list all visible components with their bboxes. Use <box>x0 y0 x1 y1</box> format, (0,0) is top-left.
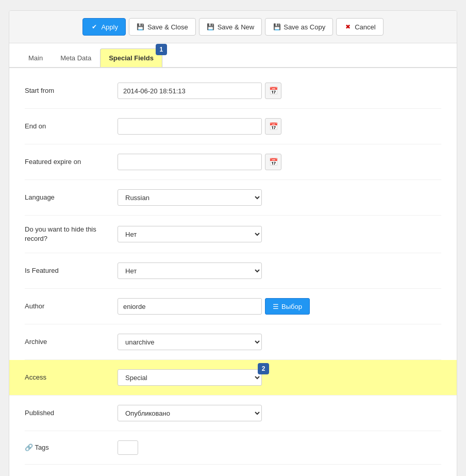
tags-row: 🔗 Tags <box>25 431 441 465</box>
check-icon: ✔ <box>90 23 98 31</box>
tags-control <box>118 440 441 455</box>
access-row: Access Public Registered Special Guest 2 <box>9 360 457 396</box>
language-label: Language <box>25 193 118 202</box>
author-control: ☰ Выбор <box>118 298 441 315</box>
save-new-icon: 💾 <box>207 23 215 31</box>
featured-expire-input[interactable] <box>118 154 262 170</box>
start-from-input[interactable] <box>118 83 262 99</box>
published-row: Published Опубликовано Не опубликовано А… <box>25 396 441 431</box>
archive-select[interactable]: unarchive archive <box>118 334 262 350</box>
access-badge-2: 2 <box>258 363 269 374</box>
tab-main[interactable]: Main <box>20 48 52 67</box>
list-icon: ☰ <box>273 303 279 310</box>
cancel-button[interactable]: ✖ Cancel <box>336 18 383 36</box>
end-on-calendar-button[interactable]: 📅 <box>265 118 281 135</box>
start-from-control: 📅 <box>118 83 441 99</box>
author-label: Author <box>25 302 118 311</box>
hide-record-select[interactable]: Нет Да <box>118 226 262 242</box>
wybor-button[interactable]: ☰ Выбор <box>265 298 310 315</box>
end-on-input[interactable] <box>118 118 262 135</box>
is-featured-row: Is Featured Нет Да <box>25 253 441 289</box>
page-wrapper: ✔ Apply 💾 Save & Close 💾 Save & New 💾 Sa… <box>9 10 457 476</box>
is-featured-control: Нет Да <box>118 262 441 279</box>
save-close-icon: 💾 <box>137 23 145 31</box>
tab-special-fields[interactable]: Special Fields 1 <box>100 48 162 67</box>
is-featured-label: Is Featured <box>25 266 118 275</box>
form-body: Start from 📅 End on 📅 Featured expire on… <box>9 68 457 476</box>
tab-badge-1: 1 <box>156 44 167 55</box>
save-copy-button[interactable]: 💾 Save as Copy <box>265 18 333 36</box>
end-on-control: 📅 <box>118 118 441 135</box>
end-on-label: End on <box>25 122 118 131</box>
published-label: Published <box>25 408 118 418</box>
archive-label: Archive <box>25 337 118 347</box>
archive-control: unarchive archive <box>118 334 441 350</box>
start-from-label: Start from <box>25 86 118 95</box>
hide-record-label: Do you want to hide this record? <box>25 225 118 243</box>
save-new-button[interactable]: 💾 Save & New <box>199 18 262 36</box>
author-row: Author ☰ Выбор <box>25 289 441 324</box>
featured-expire-control: 📅 <box>118 154 441 170</box>
end-on-row: End on 📅 <box>25 109 441 144</box>
tab-meta[interactable]: Meta Data <box>52 48 100 67</box>
start-from-row: Start from 📅 <box>25 73 441 109</box>
published-control: Опубликовано Не опубликовано Архив Удале… <box>118 405 441 421</box>
cancel-icon: ✖ <box>344 23 352 31</box>
hide-record-control: Нет Да <box>118 226 441 242</box>
tag-icon: 🔗 <box>25 444 33 451</box>
save-close-button[interactable]: 💾 Save & Close <box>129 18 196 36</box>
tags-label: 🔗 Tags <box>25 443 118 452</box>
language-control: Russian English Spanish French <box>118 189 441 206</box>
featured-expire-label: Featured expire on <box>25 157 118 167</box>
featured-expire-row: Featured expire on 📅 <box>25 144 441 180</box>
apply-button[interactable]: ✔ Apply <box>82 18 126 36</box>
is-featured-select[interactable]: Нет Да <box>118 262 262 279</box>
access-label: Access <box>25 373 118 382</box>
language-select[interactable]: Russian English Spanish French <box>118 189 262 206</box>
save-copy-icon: 💾 <box>273 23 281 31</box>
hide-record-row: Do you want to hide this record? Нет Да <box>25 216 441 253</box>
access-control: Public Registered Special Guest 2 <box>118 369 441 386</box>
archive-row: Archive unarchive archive <box>25 324 441 360</box>
author-input[interactable] <box>118 298 262 315</box>
featured-expire-calendar-button[interactable]: 📅 <box>265 154 281 170</box>
start-from-calendar-button[interactable]: 📅 <box>265 83 281 99</box>
tabs-bar: Main Meta Data Special Fields 1 <box>9 48 457 68</box>
published-select[interactable]: Опубликовано Не опубликовано Архив Удале… <box>118 405 262 421</box>
toolbar: ✔ Apply 💾 Save & Close 💾 Save & New 💾 Sa… <box>9 11 457 43</box>
access-select[interactable]: Public Registered Special Guest <box>118 369 262 386</box>
language-row: Language Russian English Spanish French <box>25 180 441 216</box>
tags-input[interactable] <box>118 440 138 455</box>
